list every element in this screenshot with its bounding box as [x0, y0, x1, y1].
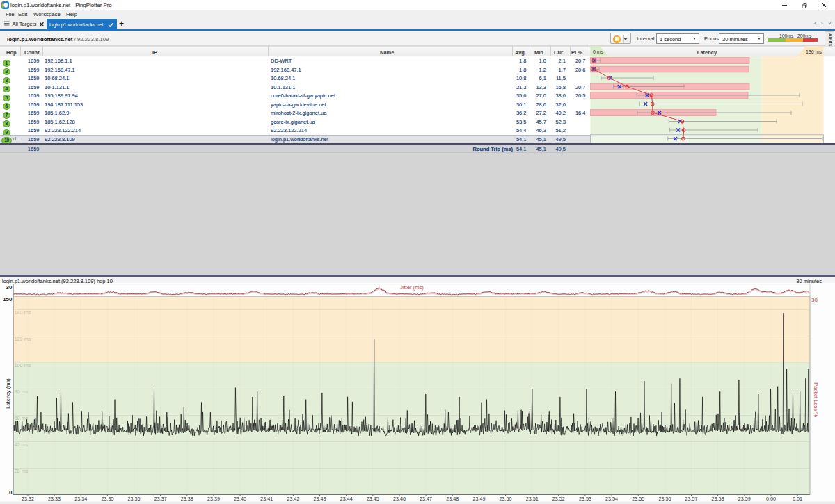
svg-text:30: 30: [811, 297, 818, 303]
svg-text:140 ms: 140 ms: [15, 309, 31, 316]
svg-text:23:41: 23:41: [260, 496, 273, 502]
svg-text:23:55: 23:55: [632, 496, 644, 502]
svg-text:23:53: 23:53: [579, 496, 591, 502]
svg-text:Latency: Latency: [697, 49, 717, 56]
svg-text:120 ms: 120 ms: [15, 336, 31, 342]
svg-text:20 ms: 20 ms: [15, 468, 29, 474]
svg-text:23:56: 23:56: [658, 496, 671, 502]
svg-text:23:58: 23:58: [712, 496, 724, 502]
svg-text:23:50: 23:50: [500, 496, 512, 502]
svg-text:23:37: 23:37: [154, 496, 167, 502]
svg-text:Jitter (ms): Jitter (ms): [400, 284, 424, 291]
svg-text:23:49: 23:49: [472, 496, 485, 502]
svg-text:23:38: 23:38: [181, 496, 193, 502]
svg-text:23:52: 23:52: [552, 496, 565, 502]
svg-text:23:48: 23:48: [446, 496, 459, 502]
svg-text:0:00: 0:00: [766, 496, 776, 502]
svg-text:0:01: 0:01: [793, 496, 802, 502]
svg-text:80 ms: 80 ms: [15, 389, 29, 395]
svg-text:23:57: 23:57: [685, 496, 698, 502]
svg-text:23:35: 23:35: [101, 496, 113, 502]
svg-text:23:51: 23:51: [526, 496, 539, 502]
svg-text:23:40: 23:40: [234, 496, 246, 502]
svg-text:136 ms: 136 ms: [806, 49, 822, 54]
svg-text:100 ms: 100 ms: [15, 362, 31, 368]
svg-text:23:45: 23:45: [367, 496, 379, 502]
svg-text:23:44: 23:44: [340, 496, 353, 502]
svg-text:23:54: 23:54: [605, 496, 618, 502]
svg-text:23:39: 23:39: [207, 496, 220, 502]
svg-text:30: 30: [6, 284, 13, 291]
svg-text:23:59: 23:59: [738, 496, 751, 502]
svg-text:60 ms: 60 ms: [15, 415, 29, 421]
svg-text:23:47: 23:47: [420, 496, 432, 502]
svg-text:23:36: 23:36: [128, 496, 141, 502]
svg-text:150: 150: [3, 296, 13, 302]
svg-text:23:42: 23:42: [287, 496, 299, 502]
svg-text:23:46: 23:46: [393, 496, 406, 502]
svg-text:0: 0: [9, 489, 13, 496]
svg-text:Latency (ms): Latency (ms): [5, 378, 11, 409]
svg-text:40 ms: 40 ms: [15, 441, 29, 448]
svg-text:0 ms: 0 ms: [593, 49, 604, 54]
svg-text:23:43: 23:43: [314, 496, 326, 502]
svg-text:23:33: 23:33: [48, 496, 61, 502]
svg-text:23:32: 23:32: [22, 496, 34, 502]
svg-text:23:34: 23:34: [74, 496, 87, 502]
svg-text:Packet Loss %: Packet Loss %: [813, 382, 819, 417]
